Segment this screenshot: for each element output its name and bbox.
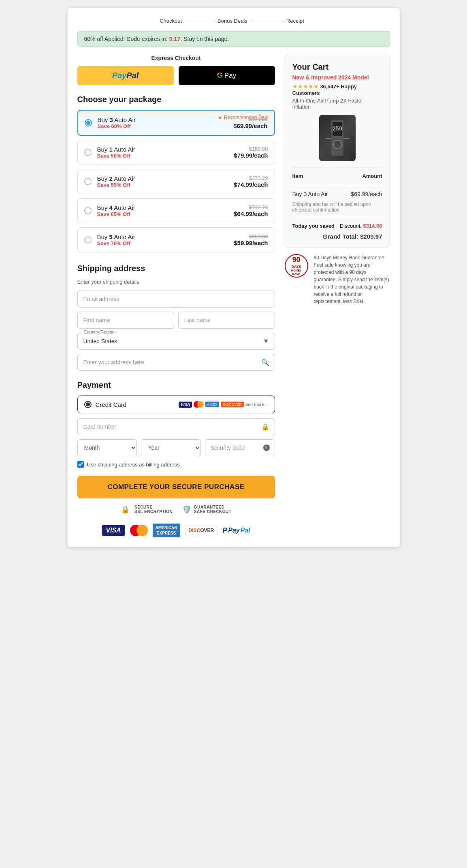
country-select[interactable]: United States: [77, 333, 275, 350]
trust-badges: 🔒 SECURESSL ENCRYPTION 🛡️ GUARANTEEDSAFE…: [77, 505, 275, 514]
package-name-buy3: Buy 3 Auto Air: [98, 116, 228, 123]
cart-shipping-note: Shipping and tax will be settled upon ch…: [292, 201, 382, 213]
breadcrumb-line-1: [182, 21, 214, 21]
package-orig-buy2: $333.29: [234, 175, 268, 181]
month-select[interactable]: Month 01 02 03 04 05 06 07 08 09 10 11 1…: [77, 439, 137, 456]
package-price-buy5: $999.83 $59.99/each: [234, 233, 268, 246]
address-row: 🔍: [77, 354, 275, 371]
shield-icon: 🛡️: [182, 505, 192, 514]
payment-section: Payment Credit Card VISA AMEX DISCOVER: [77, 381, 275, 468]
visa-payment-logo: VISA: [102, 525, 125, 536]
package-item-buy1[interactable]: Buy 1 Auto Air Save 50% Off $159.98 $79.…: [77, 140, 275, 165]
search-icon: 🔍: [261, 359, 269, 366]
paypal-button[interactable]: PayPal: [77, 66, 174, 85]
money-back-guarantee: 90 DAYS MONEYBACK 90 Days Money-Back Gua…: [285, 254, 390, 305]
recommended-label: Recommended Deal: [224, 115, 268, 120]
security-help-icon[interactable]: ?: [263, 445, 270, 451]
right-column: Your Cart New & Improved 2024 Model ★★★★…: [285, 55, 390, 537]
package-info-buy5: Buy 5 Auto Air Save 70% Off: [97, 233, 228, 246]
mastercard-logo: [194, 401, 204, 408]
email-field-wrapper: [77, 291, 275, 308]
express-checkout-buttons: PayPal G Pay: [77, 66, 275, 85]
gpay-button[interactable]: G Pay: [179, 66, 275, 85]
package-price-buy4: $742.74 $64.99/each: [234, 204, 268, 217]
alert-suffix: . Stay on this page.: [180, 36, 229, 42]
country-wrapper: Country/Region United States ▼: [77, 333, 275, 350]
visa-logo: VISA: [179, 402, 192, 408]
breadcrumb-step-receipt: Receipt: [283, 18, 307, 24]
card-number-input[interactable]: [77, 418, 275, 435]
package-name-buy4: Buy 4 Auto Air: [97, 204, 228, 211]
year-select[interactable]: Year 2024 2025 2026 2027 2028: [141, 439, 201, 456]
safe-checkout-badge: 🛡️ GUARANTEEDSAFE CHECKOUT: [182, 505, 231, 514]
package-new-buy2: $74.99/each: [234, 181, 268, 188]
package-radio-inner-buy3: [86, 121, 90, 125]
package-new-buy5: $59.99/each: [234, 239, 268, 246]
package-item-buy2[interactable]: Buy 2 Auto Air Save 55% Off $333.29 $74.…: [77, 169, 275, 194]
pp-light: Pal: [241, 527, 250, 534]
shipping-section: Shipping address Enter your shipping det…: [77, 264, 275, 371]
cart-discount-amount: $314.96: [363, 223, 382, 229]
more-text: and more...: [245, 402, 268, 407]
mc-payment-orange: [136, 525, 148, 536]
billing-checkbox-row: Use shipping address as billing address: [77, 461, 275, 468]
package-new-buy1: $79.99/each: [234, 152, 268, 159]
cart-divider-savings: [292, 217, 382, 217]
package-save-buy5: Save 70% Off: [97, 240, 228, 246]
billing-checkbox-input[interactable]: [77, 461, 84, 468]
payment-logos-row: VISA AMERICANEXPRESS DISCOVER PPayPal: [77, 520, 275, 537]
cart-amount-header: Amount: [362, 173, 382, 179]
discover-payment-logo: DISCOVER: [185, 526, 218, 535]
package-item-buy3[interactable]: Buy 3 Auto Air Save 60% Off $524.93 $69.…: [77, 110, 275, 136]
package-new-buy4: $64.99/each: [234, 210, 268, 217]
complete-purchase-button[interactable]: COMPLETE YOUR SECURE PURCHASE: [77, 476, 275, 498]
cart-divider-mid: [292, 185, 382, 185]
cart-grand-total-label: Grand Total:: [323, 233, 358, 240]
package-save-buy1: Save 50% Off: [97, 153, 228, 159]
cart-model: New & Improved 2024 Model: [292, 74, 382, 81]
expiry-row: Month 01 02 03 04 05 06 07 08 09 10 11 1…: [77, 439, 275, 456]
package-orig-buy4: $742.74: [234, 204, 268, 210]
main-layout: Express Checkout PayPal G Pay Choose you…: [77, 55, 390, 537]
credit-card-label: Credit Card: [96, 401, 175, 408]
alert-text: 60% off Applied! Code expires in:: [84, 36, 169, 42]
address-input[interactable]: [77, 354, 275, 371]
mb-days-label: DAYS: [291, 265, 301, 269]
package-save-buy3: Save 60% Off: [98, 123, 228, 129]
mb-badge-text: MONEYBACK: [291, 269, 302, 276]
address-field-wrapper: 🔍: [77, 354, 275, 371]
product-svg: 250: [323, 118, 352, 158]
billing-checkbox-label[interactable]: Use shipping address as billing address: [87, 462, 180, 468]
first-name-input[interactable]: [77, 312, 174, 329]
express-checkout-title: Express Checkout: [77, 55, 275, 61]
mastercard-payment-logo: [130, 525, 148, 536]
page-container: Checkout Bonus Deals Receipt 60% off App…: [68, 8, 400, 547]
cart-item-header: Item: [292, 173, 303, 179]
cart-item-name: Buy 3 Auto Air: [292, 191, 328, 197]
shipping-subtitle: Enter your shipping details: [77, 279, 275, 285]
last-name-input[interactable]: [178, 312, 275, 329]
last-name-field-wrapper: [178, 312, 275, 329]
credit-card-radio: [84, 401, 92, 408]
gpay-label: Pay: [224, 72, 236, 80]
package-name-buy2: Buy 2 Auto Air: [97, 175, 228, 182]
package-list: Buy 3 Auto Air Save 60% Off $524.93 $69.…: [77, 110, 275, 252]
cart-divider-top: [292, 167, 382, 167]
breadcrumb-step-bonus: Bonus Deals: [214, 18, 251, 24]
cart-item-price: $69.99/each: [351, 191, 382, 197]
email-input[interactable]: [77, 291, 275, 308]
package-new-buy3: $69.99/each: [233, 122, 267, 129]
cart-discount-wrapper: Discount: $314.96: [340, 223, 382, 229]
cart-grand-total: $209.97: [360, 233, 382, 240]
package-radio-buy5: [84, 236, 92, 244]
pp-blue: Pay: [228, 527, 239, 534]
package-item-buy4[interactable]: Buy 4 Auto Air Save 65% Off $742.74 $64.…: [77, 198, 275, 223]
svg-point-3: [333, 140, 341, 148]
package-item-buy5[interactable]: Buy 5 Auto Air Save 70% Off $999.83 $59.…: [77, 227, 275, 252]
credit-card-header: Credit Card VISA AMEX DISCOVER and more.…: [77, 396, 275, 413]
package-save-buy2: Save 55% Off: [97, 182, 228, 188]
cart-table-header: Item Amount: [292, 171, 382, 181]
cart-discount-label: Discount:: [340, 223, 362, 229]
alert-bar: 60% off Applied! Code expires in: 9:17. …: [77, 31, 390, 47]
mc-orange-circle: [197, 401, 204, 408]
